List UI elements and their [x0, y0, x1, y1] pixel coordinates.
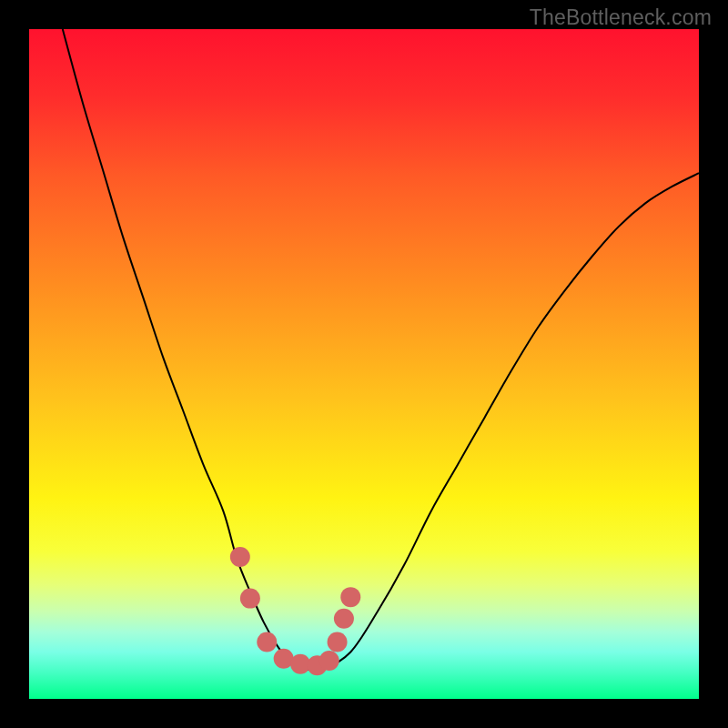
marker-dot: [328, 632, 348, 652]
chart-svg: [29, 29, 699, 699]
marker-dot: [319, 651, 339, 671]
plot-area: [29, 29, 699, 699]
marker-dot: [230, 547, 250, 567]
marker-dot: [334, 609, 354, 629]
chart-stage: TheBottleneck.com: [0, 0, 728, 728]
watermark-text: TheBottleneck.com: [530, 5, 712, 30]
marker-dot: [257, 632, 277, 652]
marker-dot: [340, 587, 360, 607]
marker-dot: [240, 589, 260, 609]
gradient-background: [29, 29, 699, 699]
